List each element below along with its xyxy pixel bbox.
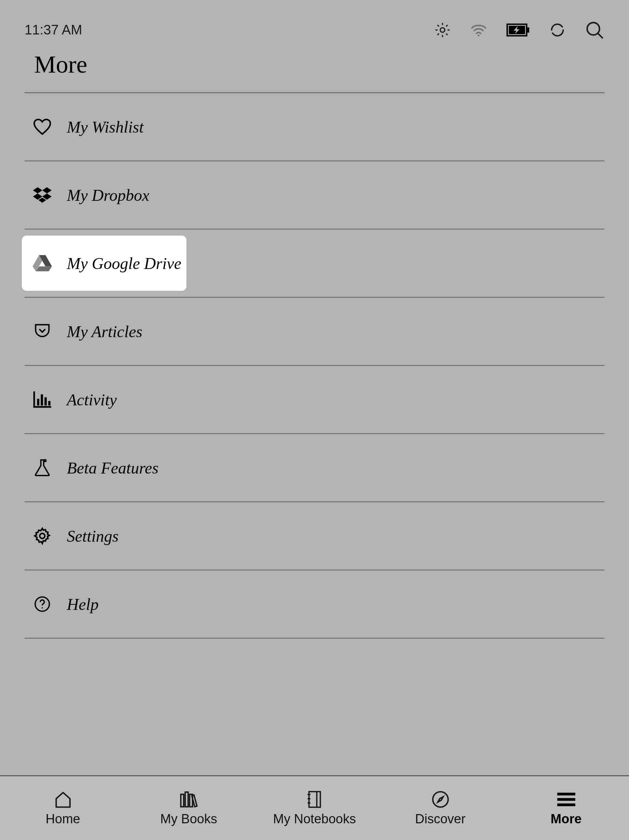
menu-item-settings[interactable]: Settings: [25, 502, 604, 570]
svg-rect-25: [33, 406, 51, 408]
google-drive-icon: [32, 253, 52, 273]
menu-item-label: Activity: [67, 390, 117, 409]
menu-item-beta-features[interactable]: Beta Features: [25, 434, 604, 502]
svg-rect-37: [309, 792, 320, 807]
status-icons: [434, 20, 604, 40]
battery-charging-icon: [506, 24, 530, 36]
svg-point-42: [433, 792, 448, 807]
nav-home[interactable]: Home: [0, 776, 126, 840]
svg-rect-27: [41, 395, 43, 406]
bottom-nav: Home My Books: [0, 775, 629, 840]
nav-label: Discover: [415, 812, 466, 826]
svg-point-9: [478, 35, 480, 36]
svg-rect-29: [48, 401, 51, 405]
svg-rect-26: [37, 399, 40, 406]
status-bar: 11:37 AM: [0, 0, 629, 41]
svg-point-31: [40, 534, 45, 538]
nav-my-books[interactable]: My Books: [126, 776, 251, 840]
svg-line-7: [438, 33, 439, 35]
svg-point-30: [44, 459, 46, 461]
menu-item-label: Settings: [67, 527, 119, 545]
help-icon: [32, 594, 52, 614]
menu-item-articles[interactable]: My Articles: [25, 298, 604, 366]
svg-line-5: [438, 25, 439, 26]
svg-marker-17: [42, 187, 52, 193]
more-menu-list: My Wishlist My Dropbox: [25, 93, 604, 638]
bar-chart-icon: [32, 389, 52, 410]
svg-marker-20: [38, 198, 46, 203]
heart-icon: [32, 117, 52, 137]
nav-label: My Books: [160, 812, 217, 826]
home-icon: [54, 790, 73, 809]
nav-label: More: [551, 812, 582, 826]
svg-point-14: [587, 22, 599, 35]
svg-marker-16: [33, 187, 42, 193]
svg-marker-43: [438, 797, 443, 802]
svg-rect-35: [185, 792, 188, 807]
compass-icon: [431, 790, 450, 809]
sync-icon[interactable]: [549, 22, 566, 38]
menu-item-activity[interactable]: Activity: [25, 366, 604, 434]
menu-item-label: My Wishlist: [67, 118, 144, 136]
nav-more[interactable]: More: [503, 776, 629, 840]
menu-item-label: My Dropbox: [67, 186, 149, 205]
menu-item-google-drive[interactable]: My Google Drive: [25, 229, 604, 298]
pocket-icon: [32, 321, 52, 342]
menu-item-label: My Articles: [67, 322, 142, 341]
menu-item-wishlist[interactable]: My Wishlist: [25, 93, 604, 161]
books-icon: [179, 790, 198, 809]
svg-point-0: [440, 28, 444, 32]
brightness-icon[interactable]: [434, 22, 451, 38]
menu-item-label: My Google Drive: [67, 254, 182, 273]
svg-rect-11: [528, 27, 529, 32]
menu-item-label: Help: [67, 595, 98, 614]
svg-rect-34: [181, 794, 184, 807]
menu-item-label: Beta Features: [67, 458, 158, 477]
svg-rect-24: [33, 392, 35, 408]
svg-point-33: [42, 607, 43, 608]
gear-icon: [32, 526, 52, 546]
dropbox-icon: [32, 185, 52, 205]
menu-item-dropbox[interactable]: My Dropbox: [25, 161, 604, 229]
flask-icon: [32, 458, 52, 478]
nav-label: Home: [46, 812, 80, 826]
svg-line-8: [446, 25, 447, 26]
svg-line-6: [446, 33, 447, 35]
svg-line-15: [598, 33, 603, 38]
menu-item-help[interactable]: Help: [25, 570, 604, 638]
svg-rect-28: [45, 397, 47, 405]
wifi-icon: [470, 23, 487, 37]
menu-icon: [557, 790, 576, 809]
nav-my-notebooks[interactable]: My Notebooks: [251, 776, 378, 840]
nav-label: My Notebooks: [273, 812, 356, 826]
search-icon[interactable]: [585, 20, 604, 40]
page-title: More: [34, 51, 629, 79]
nav-discover[interactable]: Discover: [378, 776, 503, 840]
status-time: 11:37 AM: [25, 22, 82, 38]
notebook-icon: [305, 790, 324, 809]
